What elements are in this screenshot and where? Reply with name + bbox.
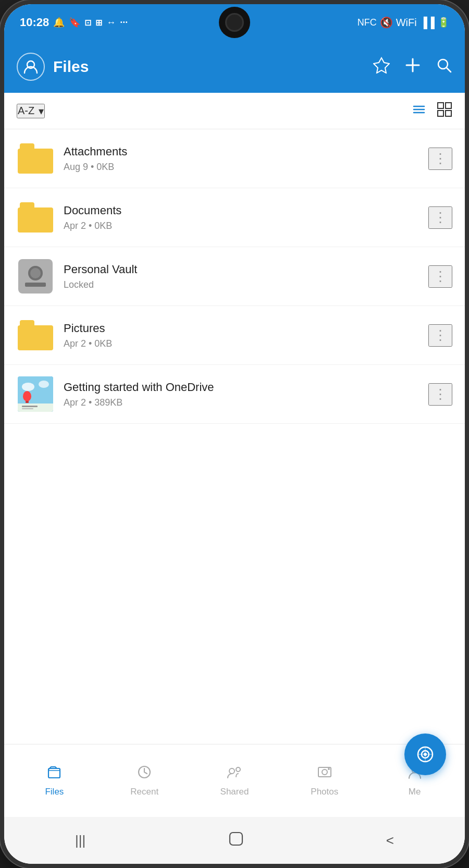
file-info-attachments: Attachments Aug 9 • 0KB	[64, 145, 419, 173]
list-item[interactable]: Personal Vault Locked ⋮	[4, 247, 465, 306]
svg-point-31	[322, 769, 327, 775]
search-button[interactable]	[436, 57, 452, 77]
nfc-icon: NFC	[357, 17, 377, 28]
phone-screen: 10:28 🔔 🔖 ⊡ ⊞ ↔ ··· NFC 🔇 WiFi ▐▐ 🔋	[4, 4, 465, 864]
svg-point-28	[229, 768, 234, 774]
more-options-button[interactable]: ⋮	[428, 265, 452, 288]
svg-marker-1	[374, 58, 389, 73]
more-options-button[interactable]: ⋮	[428, 148, 452, 170]
nav-item-recent[interactable]: Recent	[100, 764, 190, 797]
battery-icon: 🔋	[438, 17, 449, 28]
file-meta: Apr 2 • 389KB	[64, 397, 419, 408]
menu-button[interactable]: |||	[75, 833, 85, 849]
shared-nav-label: Shared	[220, 787, 249, 797]
file-name: Documents	[64, 204, 419, 217]
svg-rect-34	[230, 833, 242, 845]
file-name: Attachments	[64, 145, 419, 158]
list-item[interactable]: Documents Apr 2 • 0KB ⋮	[4, 188, 465, 247]
status-time: 10:28 🔔 🔖 ⊡ ⊞ ↔ ···	[20, 16, 128, 29]
nav-item-photos[interactable]: Photos	[279, 764, 369, 797]
status-icon-4: ⊞	[95, 18, 102, 28]
file-meta: Apr 2 • 0KB	[64, 338, 419, 349]
nav-item-files[interactable]: Files	[9, 764, 100, 797]
doc-icon-onedrive	[17, 375, 54, 413]
file-name: Getting started with OneDrive	[64, 381, 419, 394]
file-info-onedrive: Getting started with OneDrive Apr 2 • 38…	[64, 381, 419, 408]
svg-point-32	[328, 768, 330, 770]
camera-fab[interactable]	[404, 733, 446, 775]
folder-icon-attachments	[17, 140, 54, 177]
sort-label: A-Z	[18, 105, 34, 117]
signal-icon: ▐▐	[420, 17, 435, 29]
system-nav: ||| <	[4, 817, 465, 864]
header-actions	[373, 57, 452, 77]
status-icon-5: ↔	[106, 17, 116, 28]
file-name: Pictures	[64, 322, 419, 335]
back-button[interactable]: <	[386, 833, 394, 849]
svg-point-16	[23, 391, 31, 401]
file-name: Personal Vault	[64, 263, 419, 276]
list-item[interactable]: Attachments Aug 9 • 0KB ⋮	[4, 129, 465, 188]
status-icon-1: 🔔	[53, 17, 65, 28]
mute-icon: 🔇	[380, 16, 393, 29]
more-options-button[interactable]: ⋮	[428, 324, 452, 347]
app-title: Files	[53, 58, 365, 76]
folder-icon-documents	[17, 199, 54, 236]
list-item[interactable]: Getting started with OneDrive Apr 2 • 38…	[4, 365, 465, 424]
phone-frame: 10:28 🔔 🔖 ⊡ ⊞ ↔ ··· NFC 🔇 WiFi ▐▐ 🔋	[0, 0, 469, 868]
list-item[interactable]: Pictures Apr 2 • 0KB ⋮	[4, 306, 465, 365]
app-header: Files	[4, 41, 465, 93]
file-info-documents: Documents Apr 2 • 0KB	[64, 204, 419, 231]
me-nav-label: Me	[409, 787, 421, 797]
folder-icon-pictures	[17, 316, 54, 354]
svg-rect-19	[22, 406, 38, 407]
camera-notch	[219, 7, 250, 38]
status-icon-2: 🔖	[69, 17, 80, 28]
file-meta: Apr 2 • 0KB	[64, 221, 419, 231]
file-info-vault: Personal Vault Locked	[64, 263, 419, 290]
camera-lens	[225, 13, 244, 32]
photos-nav-icon	[317, 764, 332, 784]
home-button[interactable]	[228, 830, 244, 851]
nav-item-shared[interactable]: Shared	[190, 764, 280, 797]
file-meta: Aug 9 • 0KB	[64, 162, 419, 173]
toolbar: A-Z ▾	[4, 93, 465, 129]
wifi-icon: WiFi	[396, 17, 417, 29]
svg-line-5	[447, 68, 451, 72]
photos-nav-label: Photos	[311, 787, 338, 797]
vault-icon-wrap	[17, 258, 54, 295]
status-bar: 10:28 🔔 🔖 ⊡ ⊞ ↔ ··· NFC 🔇 WiFi ▐▐ 🔋	[4, 4, 465, 41]
sort-button[interactable]: A-Z ▾	[17, 104, 45, 118]
svg-rect-11	[438, 111, 443, 116]
status-icon-3: ⊡	[84, 18, 91, 28]
file-list: Attachments Aug 9 • 0KB ⋮ Documents Apr …	[4, 129, 465, 744]
svg-rect-17	[26, 401, 29, 403]
add-button[interactable]	[404, 57, 421, 77]
files-nav-label: Files	[45, 787, 64, 797]
svg-rect-20	[22, 408, 33, 409]
svg-rect-18	[18, 404, 53, 412]
toolbar-right	[412, 102, 452, 120]
files-nav-icon	[46, 764, 62, 784]
status-right-icons: NFC 🔇 WiFi ▐▐ 🔋	[357, 16, 449, 29]
svg-rect-9	[438, 103, 443, 108]
svg-rect-26	[48, 768, 60, 778]
svg-rect-10	[446, 103, 451, 108]
premium-button[interactable]	[373, 57, 390, 77]
file-info-pictures: Pictures Apr 2 • 0KB	[64, 322, 419, 349]
grid-view-icon[interactable]	[437, 102, 452, 120]
more-options-button[interactable]: ⋮	[428, 383, 452, 406]
recent-nav-icon	[137, 764, 152, 784]
recent-nav-label: Recent	[130, 787, 158, 797]
avatar-button[interactable]	[17, 53, 45, 81]
svg-rect-12	[446, 111, 451, 116]
svg-point-14	[22, 383, 34, 391]
more-options-button[interactable]: ⋮	[428, 206, 452, 229]
time-display: 10:28	[20, 16, 49, 29]
list-view-icon[interactable]	[412, 102, 426, 120]
file-meta: Locked	[64, 279, 419, 290]
sort-arrow: ▾	[39, 105, 44, 117]
status-icon-6: ···	[120, 17, 128, 28]
bottom-nav: Files Recent	[4, 744, 465, 817]
shared-nav-icon	[227, 764, 242, 784]
